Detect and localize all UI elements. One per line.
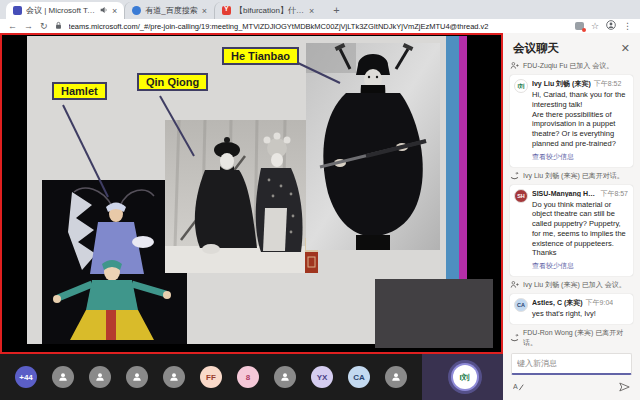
message-content: SISU-Manyang HU (Gue…下午8:57Do you think … <box>532 189 628 272</box>
message-time: 下午9:04 <box>586 298 614 308</box>
system-message-text: FDU-Zuqiu Fu 已加入 会议。 <box>523 61 613 71</box>
url-text[interactable]: teams.microsoft.com/_#/pre-join-calling/… <box>69 22 568 31</box>
bookmark-star-icon[interactable]: ☆ <box>591 19 599 33</box>
message-header: Ivy Liu 刘畅 (来宾)下午8:52 <box>532 79 628 89</box>
chat-message-list: FDU-Zuqiu Fu 已加入 会议。I刘Ivy Liu 刘畅 (来宾)下午8… <box>503 61 640 347</box>
refresh-icon[interactable]: ↻ <box>40 19 48 33</box>
join-icon <box>510 280 519 290</box>
participant-avatar[interactable]: 8 <box>237 366 259 388</box>
tab-title: 有道_百度搜索 <box>145 5 197 16</box>
tab-close-icon[interactable]: × <box>309 6 314 16</box>
message-author: SISU-Manyang HU (Gue… <box>532 190 597 197</box>
chat-system-message: FDU-Zuqiu Fu 已加入 会议。 <box>510 61 633 71</box>
tab-title: 【bifurcation】什么意思_英语… <box>235 5 305 16</box>
chat-input[interactable] <box>511 353 632 375</box>
active-participant-segment[interactable]: I刘 <box>422 354 507 400</box>
system-message-text: FDU-Ron Wong (来宾) 已离开对话。 <box>523 328 633 347</box>
browser-chrome: 会议 | Microsoft Teams×有道_百度搜索×【bifurcatio… <box>0 0 640 33</box>
browser-tab[interactable]: 【bifurcation】什么意思_英语…× <box>214 2 321 19</box>
participant-avatar[interactable]: +44 <box>15 366 37 388</box>
message-time: 下午8:57 <box>600 189 628 199</box>
message-body: Hi, Cariad, thank you for the interestin… <box>532 90 628 149</box>
join-icon <box>510 61 519 71</box>
chat-input-area: A <box>503 347 640 400</box>
participant-avatar[interactable] <box>126 366 148 388</box>
extension-icon[interactable] <box>575 22 584 30</box>
tab-favicon <box>132 6 141 15</box>
label-qin-qiong: Qin Qiong <box>137 73 208 91</box>
message-time: 下午8:52 <box>594 79 622 89</box>
message-author: Astles, C (来宾) <box>532 298 583 308</box>
message-author: Ivy Liu 刘畅 (来宾) <box>532 79 591 89</box>
see-less-link[interactable]: 查看较少信息 <box>532 261 628 271</box>
browser-menu-icon[interactable]: ⋮ <box>623 19 632 33</box>
browser-tab[interactable]: 有道_百度搜索× <box>124 2 214 19</box>
message-body: yes that's right, Ivy! <box>532 309 613 319</box>
message-content: Ivy Liu 刘畅 (来宾)下午8:52Hi, Cariad, thank y… <box>532 79 628 162</box>
participant-avatar[interactable] <box>52 366 74 388</box>
profile-icon[interactable] <box>606 20 616 32</box>
meeting-chat-panel: 会议聊天 ✕ FDU-Zuqiu Fu 已加入 会议。I刘Ivy Liu 刘畅 … <box>503 33 640 400</box>
svg-text:A: A <box>513 383 518 390</box>
send-icon[interactable] <box>619 378 630 396</box>
participant-avatar[interactable]: CA <box>348 366 370 388</box>
leave-icon <box>510 171 519 181</box>
chat-system-message: FDU-Ron Wong (来宾) 已离开对话。 <box>510 328 633 347</box>
new-tab-button[interactable]: + <box>329 4 343 16</box>
message-avatar: SH <box>514 189 528 203</box>
see-less-link[interactable]: 查看较少信息 <box>532 152 628 162</box>
tab-close-icon[interactable]: × <box>202 6 207 16</box>
tab-favicon <box>13 6 22 15</box>
message-content: Astles, C (来宾)下午9:04yes that's right, Iv… <box>532 298 613 319</box>
chat-message[interactable]: CAAstles, C (来宾)下午9:04yes that's right, … <box>510 294 633 324</box>
label-he-tianbao: He Tianbao <box>222 47 299 65</box>
message-header: Astles, C (来宾)下午9:04 <box>532 298 613 308</box>
participant-avatar[interactable]: FF <box>200 366 222 388</box>
format-icon[interactable]: A <box>513 378 524 396</box>
photo-he-tianbao <box>306 43 440 250</box>
chat-title: 会议聊天 <box>513 41 559 56</box>
photo-qin-qiong <box>165 120 318 273</box>
browser-tab[interactable]: 会议 | Microsoft Teams× <box>6 2 124 19</box>
forward-icon[interactable]: → <box>24 19 33 33</box>
participants-toolbar: +44FF8YXCA I刘 <box>0 354 503 400</box>
label-hamlet: Hamlet <box>52 82 107 100</box>
system-message-text: Ivy Liu 刘畅 (来宾) 已加入 会议。 <box>523 280 626 290</box>
tab-audio-icon[interactable] <box>100 6 108 16</box>
participant-avatar[interactable] <box>89 366 111 388</box>
message-body: Do you think material or object theatre … <box>532 200 628 259</box>
chat-system-message: Ivy Liu 刘畅 (来宾) 已离开对话。 <box>510 171 633 181</box>
message-header: SISU-Manyang HU (Gue…下午8:57 <box>532 189 628 199</box>
participant-avatar[interactable] <box>385 366 407 388</box>
chat-close-icon[interactable]: ✕ <box>621 42 630 55</box>
leave-icon <box>510 333 519 343</box>
participant-avatar[interactable]: YX <box>311 366 333 388</box>
tab-title: 会议 | Microsoft Teams <box>26 5 96 16</box>
lock-icon <box>55 21 62 32</box>
chat-message[interactable]: I刘Ivy Liu 刘畅 (来宾)下午8:52Hi, Cariad, thank… <box>510 75 633 167</box>
chat-system-message: Ivy Liu 刘畅 (来宾) 已加入 会议。 <box>510 280 633 290</box>
video-overlay-box <box>375 279 493 348</box>
participant-avatar[interactable] <box>163 366 185 388</box>
url-bar: ← → ↻ teams.microsoft.com/_#/pre-join-ca… <box>0 19 640 33</box>
chat-message[interactable]: SHSISU-Manyang HU (Gue…下午8:57Do you thin… <box>510 185 633 277</box>
tab-favicon <box>222 6 231 15</box>
screen-share-area: Hamlet Qin Qiong He Tianbao <box>0 33 503 354</box>
back-icon[interactable]: ← <box>8 19 17 33</box>
message-avatar: I刘 <box>514 79 528 93</box>
message-avatar: CA <box>514 298 528 312</box>
participant-avatar[interactable] <box>274 366 296 388</box>
tab-close-icon[interactable]: × <box>112 6 117 16</box>
tab-strip: 会议 | Microsoft Teams×有道_百度搜索×【bifurcatio… <box>0 0 640 19</box>
system-message-text: Ivy Liu 刘畅 (来宾) 已离开对话。 <box>523 171 624 181</box>
self-avatar[interactable]: I刘 <box>453 365 477 389</box>
